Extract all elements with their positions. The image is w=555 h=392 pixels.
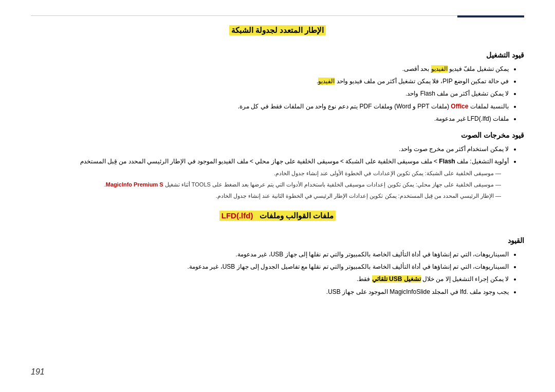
playback-list: يمكن تشغيل ملفّ فيديو الفيديو بحد أقصى. … <box>31 64 524 124</box>
subsection-playback: قيود التشغيل يمكن تشغيل ملفّ فيديو الفيد… <box>31 51 524 124</box>
list-item: لا يمكن إجراء التشغيل إلا من خلال تشغيل … <box>31 274 509 284</box>
subsection-audio: قيود مخرجات الصوت لا يمكن استخدام أكثر م… <box>31 131 524 200</box>
magicinfo-label: MagicInfo Premium S <box>106 181 163 188</box>
subsection-lfd: القيود السيناريوهات، التي تم إنشاؤها في … <box>31 236 524 297</box>
highlight-video1: الفيديو <box>431 65 448 72</box>
playback-title: قيود التشغيل <box>31 51 524 59</box>
highlight-video2: الفيديو <box>318 78 335 85</box>
audio-note2: موسيقى الخلفية على جهاز محلي: يمكن تكوين… <box>31 180 524 190</box>
list-item: أولوية التشغيل: ملف Flash > ملف موسيقى ا… <box>31 157 509 166</box>
audio-note1: موسيقى الخلفية على الشبكة: يمكن تكوين ال… <box>31 169 524 178</box>
page-number: 191 <box>31 367 45 377</box>
top-divider <box>31 15 524 16</box>
list-item: يجب وجود ملف .lfd في المجلد MagicInfoSli… <box>31 287 509 297</box>
section2: ملفات القوالب وملفات LFD(.lfd) القيود ال… <box>31 211 524 297</box>
list-item: ملفات LFD(.lfd) غير مدعومة. <box>31 114 509 124</box>
audio-title: قيود مخرجات الصوت <box>31 131 524 139</box>
section2-latin: LFD(.lfd) <box>221 211 253 220</box>
list-item: لا يمكن تشغيل أكثر من ملف Flash واحد. <box>31 89 509 99</box>
list-item: لا يمكن استخدام أكثر من مخرج صوت واحد. <box>31 144 509 154</box>
office-label: Office <box>451 103 468 110</box>
section1: الإطار المتعدد لجدولة الشبكة قيود التشغي… <box>31 25 524 200</box>
audio-list: لا يمكن استخدام أكثر من مخرج صوت واحد. أ… <box>31 144 524 166</box>
list-item: في حالة تمكين الوضع PIP، فلا يمكن تشغيل … <box>31 77 509 86</box>
auto-usb-label: تشغيل USB تلقائي <box>372 275 421 283</box>
page-container: الإطار المتعدد لجدولة الشبكة قيود التشغي… <box>0 0 555 392</box>
flash-label: Flash <box>439 158 455 165</box>
lfd-title: القيود <box>31 236 524 245</box>
section2-arabic: ملفات القوالب وملفات <box>260 211 334 220</box>
section1-heading: الإطار المتعدد لجدولة الشبكة <box>229 25 326 35</box>
section2-heading: ملفات القوالب وملفات LFD(.lfd) <box>219 211 336 221</box>
list-item: يمكن تشغيل ملفّ فيديو الفيديو بحد أقصى. <box>31 64 509 74</box>
list-item: السيناريوهات، التي تم إنشاؤها في أداة ال… <box>31 250 509 259</box>
top-accent-bar <box>457 15 524 17</box>
list-item: السيناريوهات، التي تم إنشاؤها في أداة ال… <box>31 262 509 272</box>
audio-note3: الإطار الرئيسي المحدد من قِبل المستخدم: … <box>31 192 524 201</box>
lfd-list: السيناريوهات، التي تم إنشاؤها في أداة ال… <box>31 250 524 297</box>
list-item: بالنسبة لملفات Office (ملفات PPT و Word)… <box>31 102 509 111</box>
